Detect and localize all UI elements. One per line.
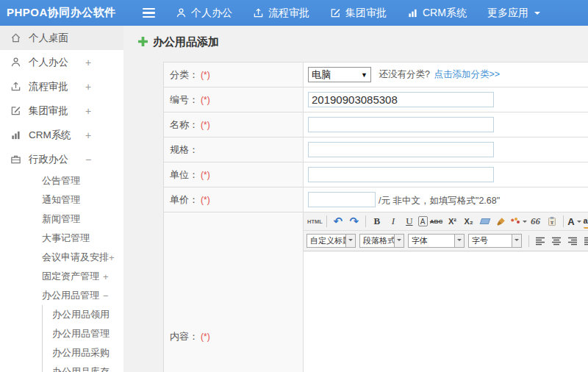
toolbar-separator xyxy=(365,215,366,227)
nav-item-label: 集团审批 xyxy=(345,7,387,20)
home-icon xyxy=(10,32,22,43)
sidebar-item-supplies-manage[interactable]: 办公用品管理 xyxy=(42,324,123,343)
font-family-select[interactable]: 字体 xyxy=(408,234,465,248)
sidebar-item-notice[interactable]: 通知管理 xyxy=(0,190,123,210)
name-input[interactable] xyxy=(308,117,494,132)
redo-icon[interactable]: ↷ xyxy=(347,214,362,229)
symbol-icon[interactable] xyxy=(510,214,527,229)
price-input[interactable] xyxy=(308,192,376,207)
edit-icon xyxy=(10,105,22,116)
expand-toggle[interactable]: + xyxy=(85,81,91,93)
expand-toggle[interactable]: + xyxy=(85,105,91,117)
main-content: 办公用品添加 分类：(*) 电脑 ▼ 还没有分类? 点击添加分类>> 编号：(*… xyxy=(123,26,588,372)
dropdown-label: 字号 xyxy=(469,235,512,246)
page-title-row: 办公用品添加 xyxy=(138,35,219,49)
sidebar-item-label: 会议申请及安排 xyxy=(42,251,109,264)
expand-toggle[interactable]: + xyxy=(109,252,115,263)
briefcase-icon xyxy=(10,154,22,165)
sidebar-item-group-approval[interactable]: 集团审批+ xyxy=(0,99,123,123)
field-label: 规格： xyxy=(170,144,198,155)
sidebar-item-label: 大事记管理 xyxy=(42,232,90,245)
form-row-category: 分类：(*) 电脑 ▼ 还没有分类? 点击添加分类>> xyxy=(164,62,588,87)
sidebar-item-label: 通知管理 xyxy=(42,193,80,207)
bold-button[interactable]: B xyxy=(370,214,384,229)
sidebar-item-workflow[interactable]: 流程审批+ xyxy=(0,74,123,99)
font-size-select[interactable]: 字号 xyxy=(468,234,522,248)
sidebar-item-desktop[interactable]: 个人桌面 xyxy=(0,26,123,50)
heading-select[interactable]: 自定义标题 xyxy=(306,234,356,248)
menu-toggle-icon[interactable] xyxy=(143,8,155,18)
sidebar-item-supplies-claim[interactable]: 办公用品领用 xyxy=(42,305,123,324)
align-justify-icon[interactable] xyxy=(581,234,588,248)
nav-workflow-approval[interactable]: 流程审批 xyxy=(253,7,309,20)
field-label: 名称： xyxy=(170,119,198,130)
nav-more-apps[interactable]: 更多应用 xyxy=(487,7,540,20)
superscript-button[interactable]: X² xyxy=(445,214,460,229)
sidebar-item-label: 办公用品采购 xyxy=(52,346,110,360)
align-left-icon[interactable] xyxy=(533,234,548,248)
rich-text-editor: HTML↶↷BIUAABCX²X₂66TAab 自定义标题段落格式字体字号 xyxy=(304,212,588,372)
sidebar-item-news[interactable]: 新闻管理 xyxy=(0,210,123,229)
nav-crm-system[interactable]: CRM系统 xyxy=(407,7,467,20)
paragraph-select[interactable]: 段落格式 xyxy=(359,234,404,248)
edit-icon xyxy=(330,7,341,18)
italic-button[interactable]: I xyxy=(386,214,401,229)
subscript-button[interactable]: X₂ xyxy=(462,214,476,229)
caret-down-icon xyxy=(523,221,527,225)
required-mark: (*) xyxy=(201,170,210,180)
user-icon xyxy=(10,57,22,68)
add-icon xyxy=(138,36,148,49)
font-color-button[interactable]: A xyxy=(567,214,582,229)
required-mark: (*) xyxy=(201,332,210,342)
sidebar-item-supplies-stock[interactable]: 办公用品库存 xyxy=(42,362,123,372)
code-input[interactable] xyxy=(308,92,494,107)
sidebar-item-crm[interactable]: CRM系统+ xyxy=(0,123,123,147)
field-label: 单价： xyxy=(170,194,198,205)
editor-content-area[interactable] xyxy=(304,251,588,372)
align-right-icon[interactable] xyxy=(565,234,580,248)
app-window: PHPOA协同办公软件 个人办公流程审批集团审批CRM系统更多应用 个人桌面个人… xyxy=(0,0,588,372)
sidebar-item-events[interactable]: 大事记管理 xyxy=(0,229,123,248)
align-center-icon[interactable] xyxy=(549,234,564,248)
format-brush-icon[interactable] xyxy=(494,214,509,229)
price-format-hint: /元 非中文，如填写格式"2.68" xyxy=(379,196,500,206)
chart-icon xyxy=(10,129,22,140)
nav-personal-office[interactable]: 个人办公 xyxy=(176,7,232,20)
expand-toggle[interactable]: − xyxy=(85,154,91,165)
undo-icon[interactable]: ↶ xyxy=(331,214,345,229)
add-category-link[interactable]: 点击添加分类>> xyxy=(434,69,500,79)
strikethrough-button[interactable]: ABC xyxy=(429,214,444,229)
sidebar-item-office-supplies[interactable]: 办公用品管理− xyxy=(0,286,123,305)
sidebar-item-meeting[interactable]: 会议申请及安排+ xyxy=(0,248,123,267)
sidebar-item-label: 固定资产管理 xyxy=(42,270,99,283)
sidebar-item-personal-office[interactable]: 个人办公+ xyxy=(0,50,123,74)
required-mark: (*) xyxy=(201,195,210,205)
underline-button[interactable]: U xyxy=(402,214,417,229)
sidebar-item-admin-office[interactable]: 行政办公− xyxy=(0,147,123,171)
sidebar-item-label: 行政办公 xyxy=(29,153,68,166)
sidebar: 个人桌面个人办公+流程审批+集团审批+CRM系统+行政办公−公告管理通知管理新闻… xyxy=(0,26,123,372)
nav-group-approval[interactable]: 集团审批 xyxy=(330,7,387,20)
sidebar-item-announcement[interactable]: 公告管理 xyxy=(0,171,123,190)
expand-toggle[interactable]: + xyxy=(103,271,109,282)
paste-icon[interactable]: T xyxy=(545,214,559,229)
html-source-button[interactable]: HTML xyxy=(307,214,323,229)
unit-input[interactable] xyxy=(308,167,494,182)
spec-input[interactable] xyxy=(308,142,494,157)
flow-icon xyxy=(10,81,22,92)
field-label: 分类： xyxy=(170,69,198,80)
sidebar-item-label: 个人办公 xyxy=(29,56,68,69)
expand-toggle[interactable]: + xyxy=(85,57,91,68)
caret-down-icon: ▼ xyxy=(361,71,368,79)
blockquote-button[interactable]: 66 xyxy=(528,214,543,229)
category-select[interactable]: 电脑 ▼ xyxy=(308,67,371,82)
expand-toggle[interactable]: + xyxy=(85,129,91,141)
app-logo[interactable]: PHPOA协同办公软件 xyxy=(0,6,123,20)
sidebar-item-supplies-purchase[interactable]: 办公用品采购 xyxy=(42,343,123,362)
expand-toggle[interactable]: − xyxy=(103,290,109,301)
form-row-content: 内容：(*) HTML↶↷BIUAABCX²X₂66TAab 自定义标题段落格式… xyxy=(164,212,588,372)
char-border-button[interactable]: A xyxy=(418,216,428,226)
eraser-icon[interactable] xyxy=(478,214,492,229)
highlight-button[interactable]: ab xyxy=(584,214,588,229)
sidebar-item-fixed-assets[interactable]: 固定资产管理+ xyxy=(0,267,123,286)
